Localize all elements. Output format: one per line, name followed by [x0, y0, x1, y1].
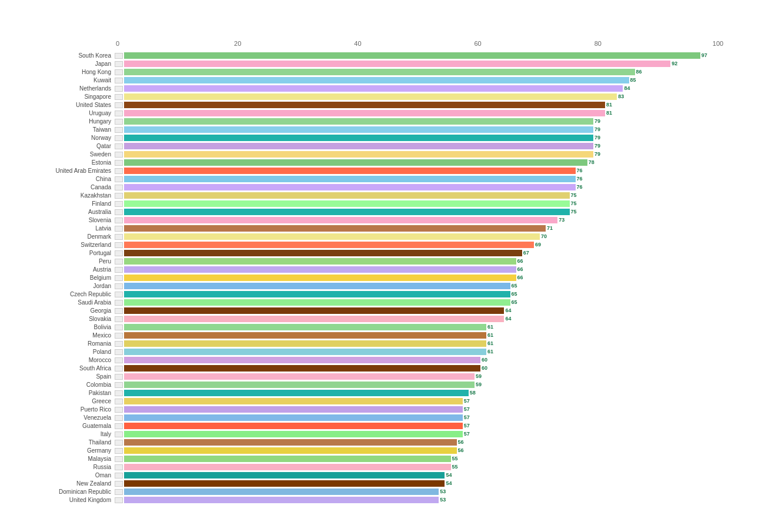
- bar-track: 53: [124, 488, 718, 495]
- bar-row: New Zealand54: [12, 480, 718, 487]
- bars-section: South Korea97Japan92Hong Kong86Kuwait85N…: [12, 52, 718, 504]
- bar-value: 75: [570, 209, 577, 215]
- flag-icon: [115, 324, 123, 330]
- country-label: Slovakia: [12, 316, 115, 322]
- bar-row: Hong Kong86: [12, 68, 718, 76]
- bar-value: 61: [486, 340, 493, 347]
- bar-value: 85: [629, 77, 636, 83]
- bar-track: 61: [124, 340, 718, 347]
- bar-track: 78: [124, 159, 718, 166]
- bar-track: 75: [124, 200, 718, 207]
- x-tick-label-40: 40: [354, 40, 361, 47]
- flag-icon: [115, 382, 123, 388]
- bar-fill: [124, 382, 475, 388]
- flag-icon: [115, 415, 123, 421]
- flag-icon: [115, 456, 123, 462]
- bar-fill: [124, 373, 475, 380]
- flag-icon: [115, 234, 123, 240]
- bar-value: 53: [439, 497, 446, 503]
- flag-icon: [115, 423, 123, 429]
- bar-row: Venezuela57: [12, 414, 718, 421]
- flag-icon: [115, 464, 123, 470]
- bar-value: 97: [700, 52, 707, 59]
- flag-icon: [115, 366, 123, 372]
- country-label: Saudi Arabia: [12, 299, 115, 306]
- bar-track: 79: [124, 118, 718, 125]
- country-label: Peru: [12, 258, 115, 265]
- bar-fill: [124, 332, 486, 339]
- bar-value: 73: [557, 217, 564, 223]
- flag-icon: [115, 53, 123, 59]
- bar-track: 84: [124, 85, 718, 92]
- country-label: Kuwait: [12, 77, 115, 83]
- bar-row: South Africa60: [12, 364, 718, 372]
- country-label: Czech Republic: [12, 291, 115, 297]
- country-label: Mexico: [12, 332, 115, 339]
- bar-row: Poland61: [12, 348, 718, 356]
- country-label: Canada: [12, 184, 115, 190]
- country-label: Spain: [12, 373, 115, 380]
- country-label: Guatemala: [12, 423, 115, 429]
- flag-icon: [115, 374, 123, 380]
- bar-row: Kuwait85: [12, 76, 718, 84]
- country-label: Norway: [12, 135, 115, 141]
- bar-row: Qatar79: [12, 142, 718, 150]
- bar-track: 57: [124, 406, 718, 413]
- flag-icon: [115, 292, 123, 297]
- bar-fill: [124, 102, 605, 108]
- bar-row: Guatemala57: [12, 422, 718, 430]
- bar-row: Italy57: [12, 430, 718, 438]
- bar-track: 53: [124, 497, 718, 503]
- bar-fill: [124, 398, 463, 404]
- bar-value: 75: [570, 192, 577, 199]
- bar-row: Sweden79: [12, 150, 718, 158]
- bar-row: Spain59: [12, 373, 718, 380]
- bar-track: 61: [124, 324, 718, 330]
- bar-track: 85: [124, 77, 718, 83]
- country-label: Jordan: [12, 283, 115, 289]
- bar-value: 79: [593, 135, 600, 141]
- country-label: Taiwan: [12, 126, 115, 133]
- flag-icon: [115, 349, 123, 355]
- bar-row: Finland75: [12, 200, 718, 208]
- bar-fill: [124, 77, 629, 83]
- bar-value: 55: [451, 464, 458, 470]
- bar-row: Thailand56: [12, 439, 718, 446]
- country-label: Portugal: [12, 250, 115, 256]
- bar-fill: [124, 349, 486, 355]
- x-tick-label-0: 0: [116, 40, 119, 47]
- bar-fill: [124, 324, 486, 330]
- country-label: Austria: [12, 266, 115, 273]
- bar-value: 53: [439, 488, 446, 495]
- country-label: Qatar: [12, 143, 115, 149]
- country-label: Romania: [12, 340, 115, 347]
- bar-track: 73: [124, 217, 718, 223]
- bar-fill: [124, 233, 540, 240]
- bar-fill: [124, 472, 445, 479]
- x-tick-label-60: 60: [474, 40, 481, 47]
- bar-value: 79: [593, 126, 600, 133]
- bar-row: Australia75: [12, 208, 718, 216]
- country-label: Hungary: [12, 118, 115, 125]
- flag-icon: [115, 242, 123, 248]
- bar-value: 65: [510, 299, 517, 306]
- bar-fill: [124, 143, 593, 149]
- bar-value: 60: [480, 357, 487, 363]
- bar-value: 69: [534, 242, 541, 248]
- bar-row: Denmark70: [12, 233, 718, 240]
- x-tick-label-20: 20: [234, 40, 241, 47]
- bar-row: Hungary79: [12, 118, 718, 125]
- country-label: Australia: [12, 209, 115, 215]
- flag-icon: [115, 390, 123, 396]
- bar-fill: [124, 291, 510, 297]
- bar-fill: [124, 126, 593, 133]
- bar-track: 81: [124, 102, 718, 108]
- bar-value: 65: [510, 291, 517, 297]
- bar-fill: [124, 431, 463, 437]
- flag-icon: [115, 218, 123, 223]
- bar-row: Germany56: [12, 447, 718, 454]
- bar-track: 79: [124, 126, 718, 133]
- bar-row: United Kingdom53: [12, 496, 718, 504]
- bar-fill: [124, 439, 457, 446]
- bar-track: 57: [124, 431, 718, 437]
